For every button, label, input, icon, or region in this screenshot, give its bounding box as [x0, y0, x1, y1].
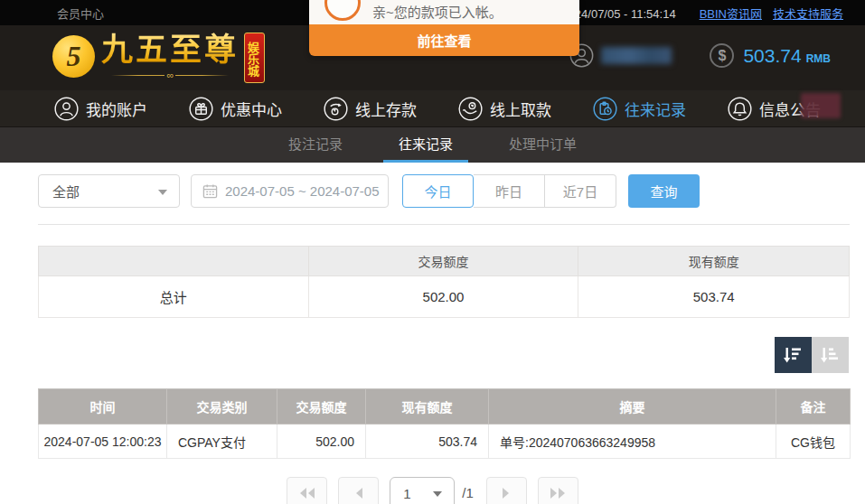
summary-current-amount: 503.74 — [578, 276, 850, 318]
records-icon — [593, 97, 617, 121]
chevron-down-icon — [433, 491, 442, 497]
date-range-value: 2024-07-05 ~ 2024-07-05 — [225, 183, 380, 199]
double-right-icon — [549, 487, 567, 499]
logo-95-icon: 5 — [52, 35, 95, 78]
dollar-icon: $ — [710, 43, 734, 68]
double-left-icon — [298, 487, 316, 499]
cell-time: 2024-07-05 12:00:23 — [39, 425, 167, 459]
username-redacted — [601, 47, 672, 64]
tab-pending-orders[interactable]: 处理中订单 — [494, 127, 592, 163]
bell-icon — [728, 97, 752, 121]
cell-remark: CG钱包 — [776, 425, 851, 459]
tab-transaction-records[interactable]: 往来记录 — [383, 127, 468, 163]
col-time: 时间 — [39, 389, 167, 425]
nav-label: 线上取款 — [490, 98, 551, 120]
prev-page-button[interactable] — [338, 477, 379, 504]
logo-flourish: ∞ — [111, 70, 229, 80]
page-total-label: /1 — [462, 477, 474, 504]
toast-body: 亲~您的款项已入帐。 — [309, 0, 579, 24]
nav-item-announcements[interactable]: 信息公告 — [728, 97, 821, 121]
sort-ascending-button[interactable] — [812, 337, 849, 373]
summary-trade-amount: 502.00 — [308, 276, 578, 318]
yesterday-button[interactable]: 昨日 — [474, 174, 545, 208]
sort-buttons — [775, 337, 849, 373]
records-header-row: 时间 交易类别 交易额度 现有额度 摘要 备注 — [39, 389, 851, 425]
cell-current-amount: 503.74 — [366, 425, 489, 459]
type-select[interactable]: 全部 — [38, 174, 180, 208]
table-row: 2024-07-05 12:00:23 CGPAY支付 502.00 503.7… — [39, 425, 851, 459]
type-select-value: 全部 — [52, 182, 80, 201]
summary-total-label: 总计 — [39, 276, 309, 318]
col-current-amount: 现有额度 — [366, 389, 489, 425]
col-trade-amount: 交易额度 — [277, 389, 366, 425]
tab-bet-records[interactable]: 投注记录 — [273, 127, 358, 163]
search-button[interactable]: 查询 — [628, 174, 700, 208]
main-nav: 我的账户 优惠中心 线上存款 — [0, 90, 865, 127]
deposit-toast: 亲~您的款项已入帐。 前往查看 — [309, 0, 579, 56]
bbin-news-link[interactable]: BBIN资讯网 — [700, 5, 762, 22]
logo-badge: 娱乐城 — [244, 33, 265, 83]
calendar-icon — [202, 183, 218, 199]
nav-label: 线上存款 — [355, 98, 417, 120]
filter-row: 全部 2024-07-05 ~ 2024-07-05 今日 昨日 近7日 查询 — [38, 174, 700, 208]
sort-descending-icon — [783, 344, 804, 366]
today-button[interactable]: 今日 — [402, 174, 474, 208]
nav-item-my-account[interactable]: 我的账户 — [54, 97, 147, 121]
chevron-down-icon — [158, 190, 167, 195]
page-select[interactable]: 1 — [390, 477, 455, 504]
right-icon — [501, 487, 512, 499]
nav-redaction-overlay — [801, 93, 841, 118]
date-range-picker[interactable]: 2024-07-05 ~ 2024-07-05 — [191, 174, 389, 208]
dollar-glyph: $ — [718, 48, 726, 64]
page-select-value: 1 — [403, 486, 410, 501]
col-summary: 摘要 — [489, 389, 776, 425]
summary-header-empty — [39, 247, 309, 276]
summary-header-trade: 交易额度 — [308, 247, 578, 276]
section-divider — [38, 224, 850, 225]
balance-amount: 503.74 — [743, 45, 801, 67]
user-icon — [54, 97, 79, 121]
cell-trade-amount: 502.00 — [277, 425, 366, 459]
nav-item-promotions[interactable]: 优惠中心 — [189, 97, 282, 121]
nav-item-transaction-records[interactable]: 往来记录 — [593, 97, 686, 121]
nav-item-deposit[interactable]: 线上存款 — [324, 97, 417, 121]
deposit-icon — [324, 97, 348, 121]
last-7-days-button[interactable]: 近7日 — [545, 174, 616, 208]
next-page-button[interactable] — [486, 477, 527, 504]
currency-label: RMB — [806, 52, 831, 65]
pagination: 1 /1 — [0, 477, 865, 504]
nav-label: 优惠中心 — [221, 98, 282, 120]
tech-support-link[interactable]: 技术支持服务 — [773, 5, 843, 22]
toast-view-button[interactable]: 前往查看 — [309, 24, 579, 56]
gift-icon — [189, 97, 213, 121]
member-center-page: 会员中心 美东时间：2024/07/05 - 11:54:14 BBIN资讯网 … — [0, 0, 865, 504]
records-table: 时间 交易类别 交易额度 现有额度 摘要 备注 2024-07-05 12:00… — [38, 388, 851, 459]
nav-label: 往来记录 — [625, 98, 686, 120]
subtab-bar: 投注记录 往来记录 处理中订单 — [0, 127, 865, 163]
col-type: 交易类别 — [167, 389, 277, 425]
summary-total-row: 总计 502.00 503.74 — [39, 276, 850, 318]
left-icon — [353, 487, 364, 499]
summary-table: 交易额度 现有额度 总计 502.00 503.74 — [38, 246, 850, 318]
member-center-label: 会员中心 — [57, 5, 104, 22]
last-page-button[interactable] — [538, 477, 578, 504]
col-remark: 备注 — [776, 389, 851, 425]
sort-descending-button[interactable] — [775, 337, 812, 373]
nav-item-withdraw[interactable]: 线上取款 — [458, 97, 551, 121]
logo-number: 5 — [67, 40, 81, 73]
summary-header-current: 现有额度 — [578, 247, 850, 276]
first-page-button[interactable] — [287, 477, 327, 504]
toast-status-icon — [324, 0, 361, 21]
site-logo[interactable]: 5 九五至尊 ∞ 娱乐城 — [52, 30, 265, 83]
summary-header-row: 交易额度 现有额度 — [39, 247, 850, 276]
logo-main: 九五至尊 ∞ — [101, 30, 239, 80]
content-area: 全部 2024-07-05 ~ 2024-07-05 今日 昨日 近7日 查询 — [0, 163, 865, 504]
user-area: $ 503.74 RMB — [569, 43, 831, 68]
sort-ascending-icon — [820, 344, 841, 366]
cell-type: CGPAY支付 — [167, 425, 277, 459]
nav-label: 我的账户 — [86, 98, 147, 120]
logo-title: 九五至尊 — [101, 30, 239, 70]
withdraw-icon — [458, 97, 483, 121]
cell-summary: 单号:202407063663249958 — [489, 425, 776, 459]
quick-range-group: 今日 昨日 近7日 — [402, 174, 616, 208]
